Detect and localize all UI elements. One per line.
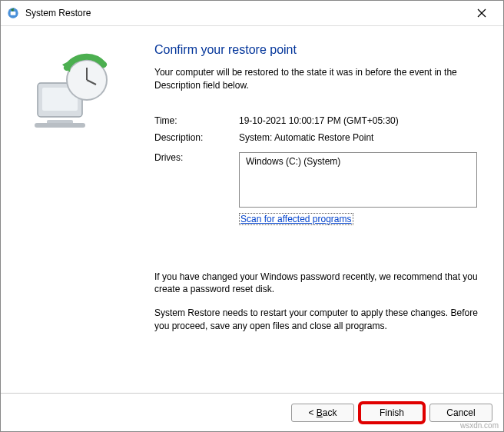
drives-label: Drives: [154, 152, 239, 208]
drives-row: Drives: Windows (C:) (System) [154, 152, 480, 208]
sidebar [1, 26, 139, 393]
description-value: System: Automatic Restore Point [239, 132, 480, 143]
back-button[interactable]: < Back [291, 404, 354, 422]
scan-affected-programs-link[interactable]: Scan for affected programs [239, 213, 353, 225]
page-heading: Confirm your restore point [154, 43, 480, 57]
restore-graphic-icon [24, 49, 116, 134]
footer: < Back Finish Cancel [1, 393, 503, 431]
content-area: Confirm your restore point Your computer… [1, 25, 503, 393]
drive-item: Windows (C:) (System) [246, 156, 470, 167]
description-row: Description: System: Automatic Restore P… [154, 132, 480, 143]
time-row: Time: 19-10-2021 10:00:17 PM (GMT+05:30) [154, 115, 480, 126]
svg-rect-1 [11, 12, 16, 15]
close-icon [477, 8, 486, 18]
svg-rect-7 [35, 123, 85, 128]
window-title: System Restore [25, 8, 91, 18]
time-value: 19-10-2021 10:00:17 PM (GMT+05:30) [239, 115, 480, 126]
cancel-button[interactable]: Cancel [429, 404, 492, 422]
close-button[interactable] [466, 2, 497, 24]
time-label: Time: [154, 115, 239, 126]
system-restore-icon [7, 7, 19, 19]
finish-button[interactable]: Finish [360, 404, 423, 422]
titlebar: System Restore [1, 1, 503, 25]
intro-text: Your computer will be restored to the st… [154, 66, 480, 92]
password-note: If you have changed your Windows passwor… [154, 271, 480, 297]
description-label: Description: [154, 132, 239, 143]
restart-note: System Restore needs to restart your com… [154, 307, 480, 333]
back-label-rest: ack [323, 407, 337, 418]
main-panel: Confirm your restore point Your computer… [139, 26, 503, 393]
scan-link-row: Scan for affected programs [239, 214, 480, 224]
drives-listbox[interactable]: Windows (C:) (System) [239, 152, 477, 208]
